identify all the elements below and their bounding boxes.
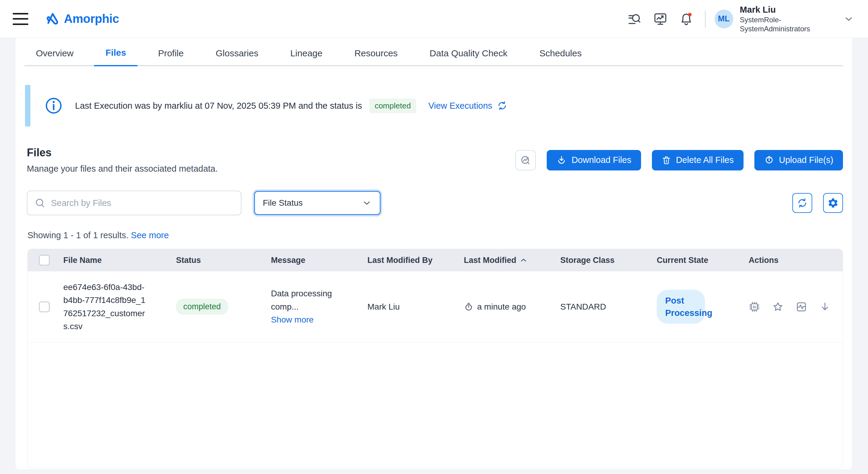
brand-logo[interactable]: Amorphic bbox=[45, 11, 119, 27]
download-file-icon[interactable] bbox=[819, 301, 831, 313]
activity-log-icon[interactable] bbox=[796, 301, 807, 313]
search-icon bbox=[35, 198, 45, 208]
delete-all-files-button[interactable]: Delete All Files bbox=[652, 150, 744, 170]
status-badge: completed bbox=[176, 299, 228, 315]
column-last-modified[interactable]: Last Modified bbox=[457, 256, 554, 265]
refresh-executions-icon[interactable] bbox=[497, 101, 507, 111]
files-table: File Name Status Message Last Modified B… bbox=[27, 249, 843, 469]
table-settings-button[interactable] bbox=[823, 193, 843, 213]
top-bar: Amorphic ML bbox=[0, 0, 868, 38]
monitoring-dashboard-icon[interactable] bbox=[652, 10, 669, 27]
clock-icon bbox=[464, 302, 473, 312]
search-insights-icon bbox=[520, 154, 532, 166]
tab-files[interactable]: Files bbox=[94, 44, 137, 66]
page-title: Files bbox=[27, 146, 218, 159]
cell-actions: AI bbox=[742, 301, 843, 313]
showing-text: Showing 1 - 1 of 1 results. bbox=[27, 230, 128, 240]
download-files-button[interactable]: Download Files bbox=[547, 150, 641, 170]
file-status-dropdown[interactable]: File Status bbox=[254, 191, 381, 215]
last-execution-banner: Last Execution was by markliu at 07 Nov,… bbox=[25, 85, 843, 127]
table-header-row: File Name Status Message Last Modified B… bbox=[28, 249, 843, 271]
tab-overview[interactable]: Overview bbox=[24, 44, 85, 66]
last-modified-text: a minute ago bbox=[477, 302, 526, 312]
amorphic-logo-icon bbox=[45, 11, 61, 27]
page-subtitle: Manage your files and their associated m… bbox=[27, 164, 218, 174]
favorite-star-icon[interactable] bbox=[772, 301, 784, 313]
current-state-badge: Post Processing bbox=[657, 290, 705, 324]
notification-dot bbox=[688, 13, 691, 16]
file-status-label: File Status bbox=[263, 198, 303, 208]
cell-storage-class: STANDARD bbox=[554, 302, 650, 312]
cell-file-name[interactable]: ee674e63-6f0a-43bd-b4bb-777f14c8fb9e_176… bbox=[61, 281, 169, 333]
upload-icon bbox=[764, 155, 774, 165]
tab-bar: Overview Files Profile Glossaries Lineag… bbox=[24, 44, 843, 66]
cell-last-modified-by: Mark Liu bbox=[361, 302, 457, 312]
cell-message: Data processing comp... Show more bbox=[264, 287, 361, 326]
search-files-box[interactable] bbox=[27, 191, 241, 215]
avatar[interactable]: ML bbox=[715, 10, 733, 28]
main-area: Overview Files Profile Glossaries Lineag… bbox=[0, 38, 868, 474]
info-icon bbox=[44, 96, 63, 115]
user-role-line2: SystemAdministrators bbox=[740, 24, 810, 33]
chevron-down-icon bbox=[362, 198, 372, 208]
svg-text:AI: AI bbox=[752, 305, 756, 309]
header-divider bbox=[705, 10, 706, 27]
tab-profile[interactable]: Profile bbox=[147, 44, 195, 66]
show-more-link[interactable]: Show more bbox=[271, 315, 314, 324]
column-last-modified-by[interactable]: Last Modified By bbox=[361, 256, 457, 265]
search-insights-button[interactable] bbox=[516, 150, 536, 170]
cell-last-modified: a minute ago bbox=[457, 302, 554, 312]
brand-name: Amorphic bbox=[64, 12, 119, 26]
column-storage-class[interactable]: Storage Class bbox=[554, 256, 650, 265]
gear-icon bbox=[827, 197, 839, 209]
column-status[interactable]: Status bbox=[169, 256, 264, 265]
see-more-link[interactable]: See more bbox=[131, 230, 169, 240]
column-message[interactable]: Message bbox=[264, 256, 361, 265]
upload-files-button[interactable]: Upload File(s) bbox=[754, 150, 843, 170]
global-search-icon[interactable] bbox=[626, 10, 643, 27]
tab-data-quality-check[interactable]: Data Quality Check bbox=[418, 44, 519, 66]
column-actions: Actions bbox=[742, 256, 843, 265]
user-info: Mark Liu SystemRole- SystemAdministrator… bbox=[740, 4, 810, 33]
notifications-bell-icon[interactable] bbox=[678, 10, 695, 27]
files-section-header: Files Manage your files and their associ… bbox=[27, 146, 843, 174]
execution-status-badge: completed bbox=[369, 99, 416, 113]
refresh-table-button[interactable] bbox=[792, 193, 812, 213]
view-executions-link[interactable]: View Executions bbox=[428, 101, 492, 111]
column-file-name[interactable]: File Name bbox=[61, 256, 169, 265]
content-card: Overview Files Profile Glossaries Lineag… bbox=[15, 38, 852, 470]
hamburger-menu-icon[interactable] bbox=[13, 13, 28, 25]
filter-row: File Status bbox=[27, 191, 843, 215]
last-execution-text: Last Execution was by markliu at 07 Nov,… bbox=[75, 101, 362, 111]
user-name: Mark Liu bbox=[740, 4, 810, 15]
row-checkbox[interactable] bbox=[39, 301, 50, 312]
banner-accent-bar bbox=[25, 85, 30, 127]
select-all-checkbox[interactable] bbox=[39, 255, 50, 266]
column-current-state[interactable]: Current State bbox=[650, 256, 742, 265]
tab-schedules[interactable]: Schedules bbox=[528, 44, 593, 66]
ai-chip-icon[interactable]: AI bbox=[749, 301, 760, 313]
refresh-icon bbox=[797, 198, 808, 208]
table-row[interactable]: ee674e63-6f0a-43bd-b4bb-777f14c8fb9e_176… bbox=[28, 271, 843, 342]
tab-glossaries[interactable]: Glossaries bbox=[204, 44, 270, 66]
trash-icon bbox=[661, 156, 671, 165]
search-files-input[interactable] bbox=[51, 198, 234, 208]
tab-resources[interactable]: Resources bbox=[343, 44, 409, 66]
results-summary: Showing 1 - 1 of 1 results. See more bbox=[27, 230, 843, 240]
user-role-line1: SystemRole- bbox=[740, 15, 810, 24]
cell-current-state: Post Processing bbox=[650, 290, 742, 324]
user-menu-chevron-down-icon[interactable] bbox=[843, 13, 854, 24]
sort-ascending-icon bbox=[519, 256, 528, 264]
message-text: Data processing comp... bbox=[271, 287, 349, 313]
download-icon bbox=[556, 155, 567, 165]
tab-lineage[interactable]: Lineage bbox=[279, 44, 334, 66]
cell-status: completed bbox=[169, 299, 264, 315]
